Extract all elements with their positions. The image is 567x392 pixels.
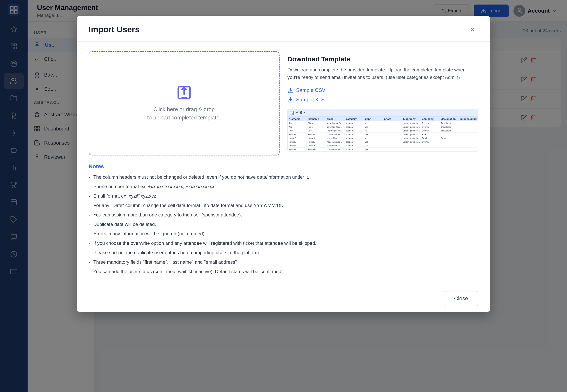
- spreadsheet-cell: yes: [364, 140, 383, 144]
- spreadsheet-cell: [459, 144, 478, 148]
- spreadsheet-cell: house1.house2@notify.com: [326, 133, 345, 136]
- spreadsheet-row: RobRootrob.root@contify.comsponsornoLore…: [288, 129, 478, 133]
- spreadsheet-cell: Events: [421, 133, 440, 136]
- upload-text: Click here or drag & drop to upload comp…: [147, 105, 221, 122]
- spreadsheet-cell: yes: [364, 148, 383, 151]
- spreadsheet-cell: House1: [288, 133, 307, 136]
- spreadsheet-cell: no: [364, 129, 383, 133]
- spreadsheet-cell: [421, 144, 440, 148]
- spreadsheet-cell: House9: [288, 148, 307, 151]
- spreadsheet-cell: yes: [364, 136, 383, 140]
- notes-item: Three mandatory fields "first name", "la…: [89, 259, 478, 266]
- spreadsheet-cell: sponsor: [345, 140, 364, 144]
- spreadsheet-cell: House5: [288, 140, 307, 144]
- spreadsheet-cell: sponsor: [345, 129, 364, 133]
- spreadsheet-cell: Root: [307, 129, 326, 133]
- spreadsheet-cell: House3: [288, 136, 307, 140]
- spreadsheet-cell: house9.house10@notify.com: [326, 148, 345, 151]
- spreadsheet-row: House5House6house5.house6@notify.comspon…: [288, 140, 478, 144]
- modal-overlay: Import Users ×: [0, 0, 567, 392]
- spreadsheet-cell: Sharma: [307, 121, 326, 125]
- spreadsheet-preview: 📊 A B x firstname lastname email: [287, 109, 478, 152]
- spreadsheet-cell: [402, 144, 421, 148]
- spreadsheet-cell: sponsor: [345, 133, 364, 136]
- notes-item: You can add the user status (confirmed, …: [89, 268, 478, 275]
- spreadsheet-cell: rob.root@contify.com: [326, 129, 345, 133]
- download-links: Sample CSV Sample XLS: [287, 87, 478, 103]
- app-container: User Management Manage u... Export: [0, 0, 567, 392]
- spreadsheet-cell: [440, 140, 459, 144]
- spreadsheet-cell: Lorem ipsum is dummy text: [402, 125, 421, 129]
- spreadsheet-cell: Lorem ipsum is dummy text: [402, 121, 421, 125]
- spreadsheet-row: House1House2house1.house2@notify.comspon…: [288, 133, 478, 136]
- download-template-desc: Download and complete the provided templ…: [287, 66, 478, 81]
- spreadsheet-cell: Events: [421, 125, 440, 129]
- modal-body: Click here or drag & drop to upload comp…: [77, 42, 490, 285]
- notes-item: The column headers must not be changed o…: [89, 174, 478, 181]
- spreadsheet-cell: [402, 148, 421, 151]
- spreadsheet-cell: Lorem ipsum is dummy text: [402, 129, 421, 133]
- notes-item: Errors in any information will be ignore…: [89, 230, 478, 237]
- modal-header: Import Users ×: [77, 16, 490, 42]
- spreadsheet-cell: Lorem ipsum is dummy text: [402, 133, 421, 136]
- spreadsheet-cell: [421, 148, 440, 151]
- modal-close-button[interactable]: ×: [467, 24, 478, 35]
- spreadsheet-cell: sponsor: [345, 148, 364, 151]
- spreadsheet-cell: [383, 121, 402, 125]
- spreadsheet-cell: sponsor: [345, 136, 364, 140]
- spreadsheet-cell: Lorem ipsum is dummy text: [402, 140, 421, 144]
- spreadsheet-cell: [440, 144, 459, 148]
- sample-csv-link[interactable]: Sample CSV: [287, 87, 478, 94]
- spreadsheet-cell: House10: [307, 148, 326, 151]
- spreadsheet-cell: Family: [421, 136, 440, 140]
- spreadsheet-cell: [383, 140, 402, 144]
- spreadsheet-cell: [383, 133, 402, 136]
- spreadsheet-cell: yes: [364, 144, 383, 148]
- spreadsheet-cell: yes: [364, 125, 383, 129]
- modal-footer-close-button[interactable]: Close: [444, 291, 478, 306]
- spreadsheet-cell: House2: [307, 133, 326, 136]
- notes-section: Notes The column headers must not be cha…: [89, 163, 478, 275]
- spreadsheet-cell: yes: [364, 121, 383, 125]
- modal-footer: Close: [77, 285, 490, 312]
- download-template-title: Download Template: [287, 55, 478, 63]
- spreadsheet-cell: [459, 129, 478, 133]
- modal-title: Import Users: [89, 25, 140, 34]
- spreadsheet-cell: yes: [364, 133, 383, 136]
- notes-list: The column headers must not be changed o…: [89, 174, 478, 275]
- notes-title: Notes: [89, 163, 478, 170]
- spreadsheet-cell: house7.house8@notify.com: [326, 144, 345, 148]
- notes-item: Duplicate data will be deleted.: [89, 221, 478, 228]
- sample-xls-link[interactable]: Sample XLS: [287, 97, 478, 103]
- spreadsheet-cell: House8: [307, 144, 326, 148]
- spreadsheet-cell: [440, 133, 459, 136]
- spreadsheet-cell: [459, 136, 478, 140]
- spreadsheet-row: KarlHazelkarl.hazel@contify.comsponsorye…: [288, 125, 478, 129]
- upload-download-grid: Click here or drag & drop to upload comp…: [89, 51, 478, 155]
- spreadsheet-row: House7House8house7.house8@notify.comspon…: [288, 144, 478, 148]
- notes-item: If you choose the overwrite option and a…: [89, 240, 478, 247]
- spreadsheet-cell: House7: [288, 144, 307, 148]
- spreadsheet-cell: House4: [307, 136, 326, 140]
- spreadsheet-cell: [459, 133, 478, 136]
- import-users-modal: Import Users ×: [77, 16, 490, 312]
- spreadsheet-cell: Hazel: [307, 125, 326, 129]
- spreadsheet-cell: Jaya: [288, 121, 307, 125]
- spreadsheet-cell: House6: [307, 140, 326, 144]
- spreadsheet-cell: [383, 136, 402, 140]
- upload-zone[interactable]: Click here or drag & drop to upload comp…: [89, 51, 280, 155]
- spreadsheet-cell: [459, 125, 478, 129]
- notes-item: You can assign more than one category to…: [89, 211, 478, 218]
- spreadsheet-cell: Developer: [440, 129, 459, 133]
- spreadsheet-cell: Events: [421, 121, 440, 125]
- spreadsheet-cell: Events: [421, 129, 440, 133]
- notes-item: For any "Date" column, change the cell d…: [89, 202, 478, 209]
- notes-item: Email format ex: xyz@xyz.xyz: [89, 193, 478, 199]
- spreadsheet-row: JayaSharmajaya.sharma@contify.comsponsor…: [288, 121, 478, 125]
- spreadsheet-cell: sponsor: [345, 121, 364, 125]
- spreadsheet-row: House3House4house3.house4@notify.comspon…: [288, 136, 478, 140]
- spreadsheet-row: House9House10house9.house10@notify.comsp…: [288, 148, 478, 151]
- spreadsheet-cell: house5.house6@notify.com: [326, 140, 345, 144]
- spreadsheet-cell: [440, 148, 459, 151]
- spreadsheet-cell: Tutor: [440, 136, 459, 140]
